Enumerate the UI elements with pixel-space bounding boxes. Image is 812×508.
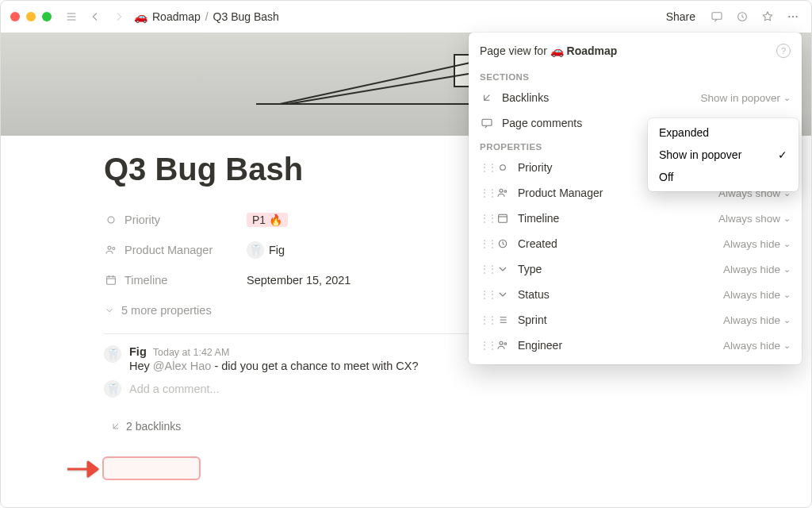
svg-point-25: [504, 343, 507, 345]
priority-tag[interactable]: P1 🔥: [247, 213, 288, 227]
panel-row-label: Created: [518, 237, 715, 250]
select-icon: [496, 263, 510, 275]
panel-row-label: Status: [518, 288, 715, 301]
callout-highlight-backlinks: [102, 456, 201, 480]
svg-line-8: [288, 72, 478, 104]
panel-row-trail[interactable]: Always hide ⌄: [723, 264, 791, 275]
backlink-arrow-icon: [480, 91, 494, 104]
drag-handle-icon[interactable]: ⋮⋮: [480, 340, 488, 351]
menu-item-label: Expanded: [659, 126, 709, 139]
drag-handle-icon[interactable]: ⋮⋮: [480, 289, 488, 300]
svg-point-3: [792, 16, 794, 17]
panel-row-sprint[interactable]: ⋮⋮ Sprint Always hide ⌄: [469, 307, 802, 333]
person-icon: [496, 187, 510, 199]
calendar-icon: [104, 274, 118, 287]
breadcrumb-sep: /: [205, 10, 209, 23]
clock-icon: [496, 237, 510, 250]
breadcrumb-current[interactable]: Q3 Bug Bash: [213, 10, 279, 23]
panel-row-label: Sprint: [518, 314, 715, 326]
svg-line-7: [280, 63, 470, 104]
panel-row-label: Engineer: [518, 339, 715, 352]
backlinks-button[interactable]: 2 backlinks: [104, 417, 187, 436]
menu-item-label: Off: [659, 171, 673, 183]
panel-row-label: Backlinks: [502, 91, 692, 104]
menu-item-off[interactable]: Off: [648, 166, 799, 188]
property-value: September 15, 2021: [247, 274, 350, 287]
panel-row-trail[interactable]: Show in popover⌄: [700, 92, 791, 104]
priority-icon: [496, 161, 510, 174]
comment-time: Today at 1:42 AM: [153, 347, 230, 358]
drag-handle-icon[interactable]: ⋮⋮: [480, 314, 488, 325]
add-comment[interactable]: 🦷 Add a comment...: [104, 380, 708, 398]
panel-row-trail[interactable]: Always hide ⌄: [723, 340, 791, 352]
property-key: Product Manager: [124, 244, 213, 256]
favorite-icon[interactable]: [759, 8, 776, 25]
menu-icon[interactable]: [63, 8, 80, 25]
panel-row-status[interactable]: ⋮⋮ Status Always hide ⌄: [469, 282, 802, 307]
menu-item-show-in-popover[interactable]: Show in popover ✓: [648, 144, 799, 166]
svg-rect-18: [482, 119, 492, 125]
panel-row-trail[interactable]: Always hide ⌄: [723, 314, 791, 326]
priority-icon: [104, 214, 118, 226]
more-icon[interactable]: [784, 8, 802, 25]
panel-row-trail[interactable]: Always show ⌄: [718, 213, 791, 225]
drag-handle-icon[interactable]: ⋮⋮: [480, 238, 488, 249]
person-icon: [104, 244, 118, 256]
share-button[interactable]: Share: [661, 9, 700, 25]
back-icon[interactable]: [86, 8, 104, 25]
calendar-icon: [496, 212, 510, 225]
svg-rect-22: [499, 214, 508, 222]
panel-row-timeline[interactable]: ⋮⋮ Timeline Always show ⌄: [469, 206, 802, 231]
svg-point-15: [108, 246, 111, 249]
close-window-icon[interactable]: [10, 12, 20, 21]
more-properties-label: 5 more properties: [121, 304, 212, 317]
panel-row-trail[interactable]: Always hide ⌄: [723, 289, 791, 301]
breadcrumb-emoji: 🚗: [134, 10, 147, 23]
forward-icon[interactable]: [110, 8, 128, 25]
backlinks-label: 2 backlinks: [126, 420, 181, 433]
callout-arrow-icon: [66, 460, 104, 479]
panel-row-created[interactable]: ⋮⋮ Created Always hide ⌄: [469, 231, 802, 256]
svg-rect-17: [107, 276, 116, 284]
panel-row-backlinks[interactable]: Backlinks Show in popover⌄: [469, 85, 802, 110]
comment-icon: [480, 117, 494, 129]
list-icon: [496, 314, 510, 326]
panel-row-engineer[interactable]: ⋮⋮ Engineer Always hide ⌄: [469, 333, 802, 358]
svg-point-20: [500, 189, 503, 192]
panel-row-trail[interactable]: Always hide ⌄: [723, 238, 791, 250]
drag-handle-icon[interactable]: ⋮⋮: [480, 264, 488, 275]
window-traffic-lights: [10, 12, 52, 21]
drag-handle-icon[interactable]: ⋮⋮: [480, 162, 488, 173]
property-value: Fig: [269, 244, 285, 256]
check-icon: ✓: [778, 148, 787, 161]
panel-row-label: Timeline: [518, 212, 710, 225]
svg-point-14: [108, 217, 114, 223]
drag-handle-icon[interactable]: ⋮⋮: [480, 213, 488, 224]
svg-point-24: [500, 341, 503, 344]
svg-rect-0: [712, 13, 722, 20]
page-view-panel: Page view for 🚗 Roadmap ? SECTIONS Backl…: [469, 33, 802, 364]
svg-point-2: [788, 16, 790, 17]
svg-point-4: [796, 16, 798, 17]
property-key: Timeline: [124, 274, 167, 287]
property-key: Priority: [124, 214, 160, 226]
svg-point-19: [500, 165, 506, 171]
select-icon: [496, 288, 510, 301]
breadcrumb[interactable]: 🚗 Roadmap / Q3 Bug Bash: [134, 10, 279, 23]
menu-item-label: Show in popover: [659, 148, 741, 161]
help-icon[interactable]: ?: [776, 44, 791, 58]
topbar: 🚗 Roadmap / Q3 Bug Bash Share: [1, 1, 811, 33]
zoom-window-icon[interactable]: [42, 12, 52, 21]
menu-item-expanded[interactable]: Expanded: [648, 121, 799, 144]
comments-icon[interactable]: [708, 8, 726, 25]
drag-handle-icon[interactable]: ⋮⋮: [480, 187, 488, 198]
breadcrumb-parent[interactable]: Roadmap: [152, 10, 201, 23]
minimize-window-icon[interactable]: [26, 12, 36, 21]
mention[interactable]: @Alex Hao: [153, 360, 212, 372]
person-icon: [496, 339, 510, 352]
panel-title: Page view for 🚗 Roadmap: [480, 44, 617, 57]
avatar: 🦷: [104, 380, 121, 398]
updates-icon[interactable]: [733, 8, 751, 25]
comment-author: Fig: [129, 345, 147, 358]
panel-row-type[interactable]: ⋮⋮ Type Always hide ⌄: [469, 256, 802, 282]
